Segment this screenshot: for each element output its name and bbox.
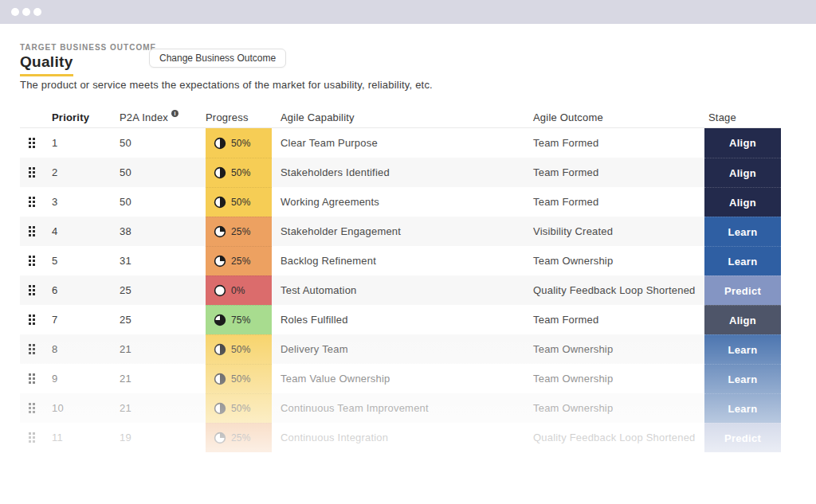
row-handle-cell [20,246,52,275]
progress-pie-icon [214,225,226,238]
stage-badge: Learn [704,393,781,423]
drag-handle-icon[interactable] [29,138,35,148]
stage-badge: Learn [704,246,781,275]
stage-badge: Align [704,305,781,334]
row-handle-cell [20,334,52,364]
progress-value: 25% [231,256,251,267]
drag-handle-icon[interactable] [29,315,35,325]
window-titlebar [0,0,816,24]
stage-badge: Learn [704,334,781,364]
row-outcome: Team Ownership [520,246,704,275]
row-priority: 9 [52,364,120,393]
window-dot-icon [11,8,19,16]
outcome-description: The product or service meets the expecta… [20,79,433,91]
drag-handle-icon[interactable] [29,167,35,178]
progress-cell: 50% [206,158,272,187]
row-p2a-index: 50 [120,187,206,217]
row-outcome: Quality Feedback Loop Shortened [520,423,704,452]
progress-pie-icon [214,196,226,209]
row-p2a-index: 21 [120,334,206,364]
row-handle-cell [20,305,52,334]
window-dot-icon [22,8,30,16]
table-row: 9 21 50% Team Value Ownership Team Owner… [20,364,781,393]
row-capability: Delivery Team [272,334,520,364]
row-p2a-index: 25 [120,275,206,305]
progress-value: 50% [231,197,251,208]
progress-pie-icon [214,137,226,150]
progress-cell: 50% [206,364,272,393]
progress-value: 50% [231,403,251,414]
progress-pie-icon [214,255,226,268]
window-dot-icon [33,8,41,16]
capability-table: Priority P2A Index i Progress Agile Capa… [20,107,781,452]
row-outcome: Quality Feedback Loop Shortened [520,275,704,305]
change-business-outcome-button[interactable]: Change Business Outcome [149,49,286,68]
stage-badge: Learn [704,364,781,393]
drag-handle-icon[interactable] [29,373,35,384]
table-header-row: Priority P2A Index i Progress Agile Capa… [20,107,781,128]
progress-cell: 50% [206,393,272,423]
row-handle-cell [20,423,52,452]
row-p2a-index: 25 [120,305,206,334]
stage-badge: Align [704,187,781,217]
row-capability: Continuous Integration [272,423,520,452]
table-row: 11 19 25% Continuous Integration Quality… [20,423,781,452]
row-outcome: Team Formed [520,128,704,158]
drag-handle-icon[interactable] [29,256,35,266]
progress-value: 50% [231,167,251,178]
info-icon[interactable]: i [171,110,178,117]
table-row: 5 31 25% Backlog Refinement Team Ownersh… [20,246,781,275]
row-outcome: Team Ownership [520,393,704,423]
progress-pie-icon [214,314,226,326]
row-capability: Stakeholder Engagement [272,217,520,246]
row-capability: Team Value Ownership [272,364,520,393]
progress-cell: 25% [206,246,272,275]
row-priority: 11 [52,423,120,452]
drag-handle-icon[interactable] [29,432,35,443]
row-handle-cell [20,187,52,217]
row-capability: Continuous Team Improvement [272,393,520,423]
stage-badge: Align [704,158,781,187]
progress-cell: 25% [206,217,272,246]
progress-cell: 50% [206,128,272,158]
row-p2a-index: 21 [120,364,206,393]
progress-pie-icon [214,343,226,356]
stage-badge: Learn [704,217,781,246]
row-handle-cell [20,128,52,158]
drag-handle-icon[interactable] [29,285,35,295]
stage-badge: Predict [704,275,781,305]
row-outcome: Team Formed [520,158,704,187]
table-row: 10 21 50% Continuous Team Improvement Te… [20,393,781,423]
row-priority: 8 [52,334,120,364]
row-outcome: Team Formed [520,187,704,217]
drag-handle-icon[interactable] [29,344,35,354]
progress-pie-icon [214,402,226,415]
row-capability: Working Agreements [272,187,520,217]
row-capability: Test Automation [272,275,520,305]
row-handle-cell [20,275,52,305]
row-capability: Backlog Refinement [272,246,520,275]
row-priority: 6 [52,275,120,305]
progress-value: 50% [231,344,251,355]
row-priority: 10 [52,393,120,423]
stage-badge: Predict [704,423,781,452]
drag-handle-icon[interactable] [29,403,35,413]
table-row: 1 50 50% Clear Team Purpose Team Formed … [20,128,781,158]
row-handle-cell [20,393,52,423]
row-p2a-index: 50 [120,158,206,187]
progress-value: 0% [231,285,245,296]
col-p2a-index-label: P2A Index [120,111,168,123]
drag-handle-icon[interactable] [29,226,35,236]
row-handle-cell [20,217,52,246]
col-agile-outcome: Agile Outcome [520,107,704,127]
table-row: 4 38 25% Stakeholder Engagement Visibili… [20,217,781,246]
row-priority: 5 [52,246,120,275]
table-row: 2 50 50% Stakeholders Identified Team Fo… [20,158,781,187]
progress-value: 75% [231,315,251,326]
outcome-eyebrow-label: TARGET BUSINESS OUTCOME [20,43,156,52]
row-priority: 7 [52,305,120,334]
drag-handle-icon[interactable] [29,197,35,207]
app-window: TARGET BUSINESS OUTCOME Quality Change B… [0,0,816,504]
page-title: Quality [20,53,73,76]
row-priority: 2 [52,158,120,187]
